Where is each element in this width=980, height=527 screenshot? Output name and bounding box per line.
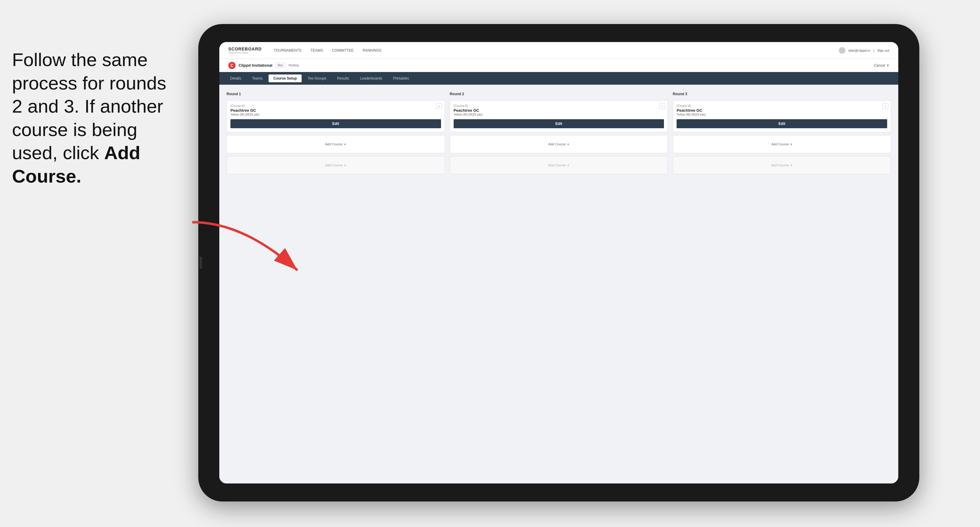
user-avatar xyxy=(839,47,845,54)
round-2-course-details: Yellow (M) (6629 yds) xyxy=(453,113,664,116)
nav-right: blair@clippd.io | Sign out xyxy=(839,47,889,54)
round-2-delete-button[interactable]: ○ xyxy=(659,103,665,109)
round-1-add-course-text-1: Add Course + xyxy=(325,142,346,146)
user-email: blair@clippd.io xyxy=(848,49,870,52)
round-2-edit-button[interactable]: Edit xyxy=(453,119,664,128)
sub-bar-left: C Clippd Invitational Men Hosting xyxy=(228,62,299,69)
round-3-column: Round 3 ○ (Course A) Peachtree GC Yellow… xyxy=(673,92,891,174)
sub-bar: C Clippd Invitational Men Hosting Cancel… xyxy=(219,59,898,72)
round-1-add-course-1[interactable]: Add Course + xyxy=(226,135,445,153)
clippd-icon: C xyxy=(228,62,235,69)
round-2-add-course-text-1: Add Course + xyxy=(548,142,569,146)
plus-icon-r2: + xyxy=(567,142,569,146)
cancel-button[interactable]: Cancel ✕ xyxy=(874,63,889,68)
round-1-title: Round 1 xyxy=(226,92,445,96)
plus-icon-r3: + xyxy=(790,142,792,146)
logo-subtitle: Powered by clippd xyxy=(228,51,262,54)
round-3-delete-button[interactable]: ○ xyxy=(882,103,888,109)
round-2-title: Round 2 xyxy=(450,92,668,96)
round-3-add-course-1[interactable]: Add Course + xyxy=(673,135,891,153)
nav-link-rankings[interactable]: RANKINGS xyxy=(363,48,382,52)
round-3-add-course-2: Add Course + xyxy=(673,156,891,174)
round-2-column: Round 2 ○ (Course A) Peachtree GC Yellow… xyxy=(450,92,668,174)
round-1-course-name: Peachtree GC xyxy=(231,108,441,113)
round-3-course-card: ○ (Course A) Peachtree GC Yellow (M) (66… xyxy=(673,100,891,132)
round-1-add-course-2: Add Course + xyxy=(226,156,445,174)
tab-printables[interactable]: Printables xyxy=(388,75,414,82)
round-2-course-card: ○ (Course A) Peachtree GC Yellow (M) (66… xyxy=(450,100,668,132)
round-1-edit-button[interactable]: Edit xyxy=(231,119,441,128)
sign-out-link[interactable]: Sign out xyxy=(877,49,889,52)
round-3-edit-button[interactable]: Edit xyxy=(676,119,887,128)
round-1-add-course-text-2: Add Course + xyxy=(325,163,346,168)
round-2-add-course-1[interactable]: Add Course + xyxy=(450,135,668,153)
tablet-frame: SCOREBOARD Powered by clippd TOURNAMENTS… xyxy=(198,24,919,502)
round-2-add-course-text-2: Add Course + xyxy=(548,163,569,168)
tournament-name: Clippd Invitational xyxy=(239,63,272,68)
plus-icon-2: + xyxy=(344,163,346,168)
main-content: Round 1 ○ (Course A) Peachtree GC Yellow… xyxy=(219,85,898,483)
tabs-bar: Details Teams Course Setup Tee Groups Re… xyxy=(219,72,898,85)
round-1-course-details: Yellow (M) (6629 yds) xyxy=(231,113,441,116)
round-3-title: Round 3 xyxy=(673,92,891,96)
top-nav: SCOREBOARD Powered by clippd TOURNAMENTS… xyxy=(219,42,898,59)
close-icon: ✕ xyxy=(886,63,889,68)
instruction-text: Follow the same process for rounds 2 and… xyxy=(0,48,186,188)
plus-icon-r2-2: + xyxy=(567,163,569,168)
tab-results[interactable]: Results xyxy=(332,75,354,82)
scoreboard-logo: SCOREBOARD Powered by clippd xyxy=(228,46,262,54)
round-2-course-name: Peachtree GC xyxy=(453,108,664,113)
round-3-add-course-text-1: Add Course + xyxy=(772,142,792,146)
nav-separator: | xyxy=(873,49,874,52)
logo-title: SCOREBOARD xyxy=(228,46,262,51)
hosting-badge: Hosting xyxy=(288,63,299,67)
tab-tee-groups[interactable]: Tee Groups xyxy=(303,75,331,82)
round-2-add-course-2: Add Course + xyxy=(450,156,668,174)
round-1-course-card: ○ (Course A) Peachtree GC Yellow (M) (66… xyxy=(226,100,445,132)
round-1-column: Round 1 ○ (Course A) Peachtree GC Yellow… xyxy=(226,92,445,174)
nav-link-teams[interactable]: TEAMS xyxy=(311,48,323,52)
plus-icon: + xyxy=(344,142,346,146)
round-1-course-label: (Course A) xyxy=(231,104,441,108)
nav-link-committee[interactable]: COMMITTEE xyxy=(332,48,353,52)
round-3-course-name: Peachtree GC xyxy=(676,108,887,113)
tablet-screen: SCOREBOARD Powered by clippd TOURNAMENTS… xyxy=(219,42,898,483)
round-3-course-label: (Course A) xyxy=(676,104,887,108)
nav-left: SCOREBOARD Powered by clippd TOURNAMENTS… xyxy=(228,46,382,54)
round-1-delete-button[interactable]: ○ xyxy=(436,103,442,109)
round-2-course-label: (Course A) xyxy=(453,104,664,108)
tournament-gender-badge: Men xyxy=(275,63,285,68)
tab-course-setup[interactable]: Course Setup xyxy=(269,75,302,82)
nav-link-tournaments[interactable]: TOURNAMENTS xyxy=(274,48,301,52)
side-button xyxy=(199,257,202,269)
round-3-course-details: Yellow (M) (6629 yds) xyxy=(676,113,887,116)
tab-teams[interactable]: Teams xyxy=(247,75,267,82)
plus-icon-r3-2: + xyxy=(790,163,792,168)
rounds-container: Round 1 ○ (Course A) Peachtree GC Yellow… xyxy=(226,92,891,174)
nav-links: TOURNAMENTS TEAMS COMMITTEE RANKINGS xyxy=(274,48,381,52)
round-3-add-course-text-2: Add Course + xyxy=(772,163,792,168)
tab-details[interactable]: Details xyxy=(225,75,246,82)
tab-leaderboards[interactable]: Leaderboards xyxy=(355,75,387,82)
